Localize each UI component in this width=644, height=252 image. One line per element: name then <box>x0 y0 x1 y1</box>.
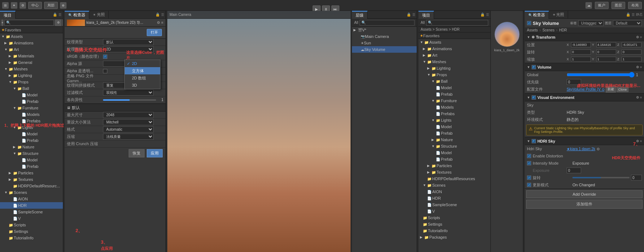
compression-dropdown[interactable]: 法线质量 <box>103 134 154 140</box>
scale-x-input[interactable] <box>571 57 591 62</box>
apply-button[interactable]: 应用 <box>147 149 163 157</box>
skyv-checkbox[interactable]: ✓ <box>527 21 531 25</box>
toolbar-icon-4[interactable]: ⊕ <box>60 2 66 9</box>
volume-header[interactable]: ▼ ✓ Volume ⚙ ≡ <box>525 63 644 71</box>
tree-hdrp[interactable]: ▶ 📁 HDRPDefaultResourc... <box>0 183 63 189</box>
tree-ball[interactable]: ▼ 📁 Ball <box>0 85 63 92</box>
hier-sky-vol[interactable]: ▶ ☁ Sky Volume <box>352 46 417 53</box>
ri-lock[interactable]: 🔒 <box>626 13 630 17</box>
vol-global-slider[interactable] <box>567 73 635 77</box>
tree-assets[interactable]: ▼ 📁 Assets <box>0 33 63 40</box>
visual-env-header[interactable]: ▼ ✓ Visual Environment ⚙ ≡ <box>525 94 644 101</box>
rp-lights[interactable]: ▼ 📁 Lights <box>418 117 490 123</box>
lock2-icon[interactable]: 🔒 <box>155 13 160 17</box>
left-search-input[interactable] <box>4 20 54 26</box>
priority-input[interactable] <box>567 79 581 85</box>
hdri-header[interactable]: ▼ ✓ HDRI Sky ⚙ ≡ <box>525 137 644 145</box>
tree-structure-model[interactable]: ▶ 📄 Model <box>0 157 63 163</box>
project-tab[interactable]: 项目 <box>0 11 16 19</box>
tree-lighting[interactable]: ▶ 📁 Lighting <box>0 72 63 79</box>
add-icon[interactable]: + <box>1 19 3 26</box>
new-btn[interactable]: 新建 <box>606 86 616 92</box>
tree-v[interactable]: ▶ 📄 V <box>0 215 63 222</box>
add-override-button[interactable]: Add Override <box>526 190 643 198</box>
rp-ball[interactable]: ▼ 📁 Ball <box>418 78 490 84</box>
rp-hdrp[interactable]: 📁 HDRPDefaultResources <box>418 175 490 182</box>
restore-button[interactable]: 恢复 <box>129 149 145 157</box>
update-checkbox[interactable]: ✓ <box>527 183 531 187</box>
tree-aion[interactable]: ▶ 📄 AION <box>0 196 63 202</box>
rp-structure[interactable]: ▼ 📁 Structure <box>418 143 490 149</box>
rp-bp[interactable]: 📄 Prefab <box>418 91 490 97</box>
rp-search[interactable] <box>426 20 488 26</box>
toolbar-icon-1[interactable]: ⊞ <box>2 2 9 9</box>
hdri-sky-dot[interactable]: ⊙ <box>597 147 600 151</box>
rp-meshes[interactable]: ▼ 📁 Meshes <box>418 58 490 65</box>
layout-button[interactable]: 布局 <box>628 2 642 9</box>
tree-materials[interactable]: ▶ 📁 Materials <box>0 53 63 59</box>
account-button[interactable]: 账户 <box>595 2 609 9</box>
rot-z-input[interactable] <box>622 49 641 55</box>
resize-algo-dropdown[interactable]: Mitchell <box>103 119 154 125</box>
tree-scenes[interactable]: ▼ 📁 Scenes <box>0 189 63 196</box>
rp-anims[interactable]: ▶ 📁 Animations <box>418 45 490 52</box>
rp-lighting[interactable]: ▶ 📁 Lighting <box>418 65 490 71</box>
rp-furn[interactable]: ▼ 📁 Furniture <box>418 97 490 104</box>
rp-props[interactable]: ▼ 📁 Props <box>418 71 490 78</box>
max-size-dropdown[interactable]: 2048 <box>103 112 154 118</box>
rp-fm[interactable]: 📄 Models <box>418 104 490 110</box>
rp-scenes[interactable]: ▼ 📁 Scenes <box>418 182 490 188</box>
tree-textures[interactable]: ▶ 📁 Textures <box>0 176 63 183</box>
tree-nature[interactable]: ▶ 📁 Nature <box>0 144 63 150</box>
rp-hdr[interactable]: 📄 HDR <box>418 195 490 201</box>
tree-scripts[interactable]: ▶ 📁 Scripts <box>0 222 63 228</box>
rp-menu[interactable]: ☰ <box>486 13 489 17</box>
rp-lock[interactable]: 🔒 <box>480 13 485 17</box>
rp-nature[interactable]: ▶ 📁 Nature <box>418 136 490 143</box>
tree-lights[interactable]: ▼ 📁 Lights <box>0 124 63 131</box>
transform-header[interactable]: ▼ ⊕ Transform ⚙ ≡ <box>525 33 644 41</box>
layer-dropdown[interactable]: Default <box>613 20 642 26</box>
profile-val[interactable]: SkyVolume Profile (V ⊙ <box>567 87 605 91</box>
popup-cube[interactable]: 立方体 <box>125 67 160 74</box>
lighting-tab[interactable]: ☀ 光照 <box>89 11 109 19</box>
scale-z-input[interactable] <box>622 57 641 62</box>
menu2-icon[interactable]: ☰ <box>161 13 164 17</box>
toolbar-icon-3[interactable]: ⚙ <box>20 2 26 9</box>
tree-tutorial[interactable]: ▶ 📁 TutorialInfo <box>0 235 63 241</box>
exposure-input[interactable] <box>567 168 581 173</box>
rot-input[interactable] <box>631 175 642 181</box>
rp-settings[interactable]: 📁 Settings <box>418 221 490 227</box>
tree-lights-model[interactable]: ▶ 📄 Model <box>0 131 63 137</box>
ri-inspector-tab[interactable]: 🔍 检查器 <box>525 11 549 19</box>
rp-lm[interactable]: 📄 Model <box>418 123 490 130</box>
hier-lock[interactable]: 🔒 <box>407 13 411 17</box>
hdri-sky-val[interactable]: ★kiara 1 dawn 2k <box>567 147 595 151</box>
tree-art[interactable]: ▼ 📁 Art <box>0 46 63 53</box>
tree-animations[interactable]: ▶ 📁 Animations <box>0 40 63 46</box>
open-button[interactable]: 打开 <box>147 29 162 36</box>
tree-furniture-prefabs[interactable]: ▶ 📄 Prefabs <box>0 118 63 124</box>
srgb-checkbox[interactable]: ✓ <box>103 55 107 59</box>
aniso-slider[interactable]: 1 <box>103 98 163 102</box>
rp-bm[interactable]: 📄 Model <box>418 84 490 91</box>
rot-y-input[interactable] <box>596 49 616 55</box>
tree-particles[interactable]: ▶ 📁 Particles <box>0 170 63 176</box>
tree-structure[interactable]: ▼ 📁 Structure <box>0 150 63 157</box>
hierarchy-tab[interactable]: 层级 <box>352 11 368 19</box>
format-dropdown[interactable]: Automatic <box>103 126 154 132</box>
tag-dropdown[interactable]: Untagged <box>578 20 604 26</box>
intensity-checkbox[interactable]: ✓ <box>527 161 531 165</box>
hier-main-cam[interactable]: ▶ 📷 Main Camera <box>352 33 417 40</box>
rp-lp[interactable]: 📄 Prefab <box>418 130 490 136</box>
hier-menu[interactable]: ☰ <box>412 13 415 17</box>
tree-sample[interactable]: ▶ 📄 SampleScene <box>0 209 63 215</box>
rp-tutorial[interactable]: 📁 TutorialInfo <box>418 227 490 234</box>
tree-lights-prefab[interactable]: ▶ 📄 Prefab <box>0 137 63 144</box>
tree-furniture[interactable]: ▼ 📁 Furniture <box>0 105 63 111</box>
tree-structure-prefab[interactable]: ▶ 📄 Prefab <box>0 163 63 170</box>
tree-furniture-models[interactable]: ▶ 📄 Models <box>0 111 63 118</box>
rot-checkbox[interactable]: ✓ <box>527 175 531 180</box>
filter-icon[interactable]: ⚙ <box>55 19 61 26</box>
hier-search-input[interactable] <box>360 20 415 26</box>
